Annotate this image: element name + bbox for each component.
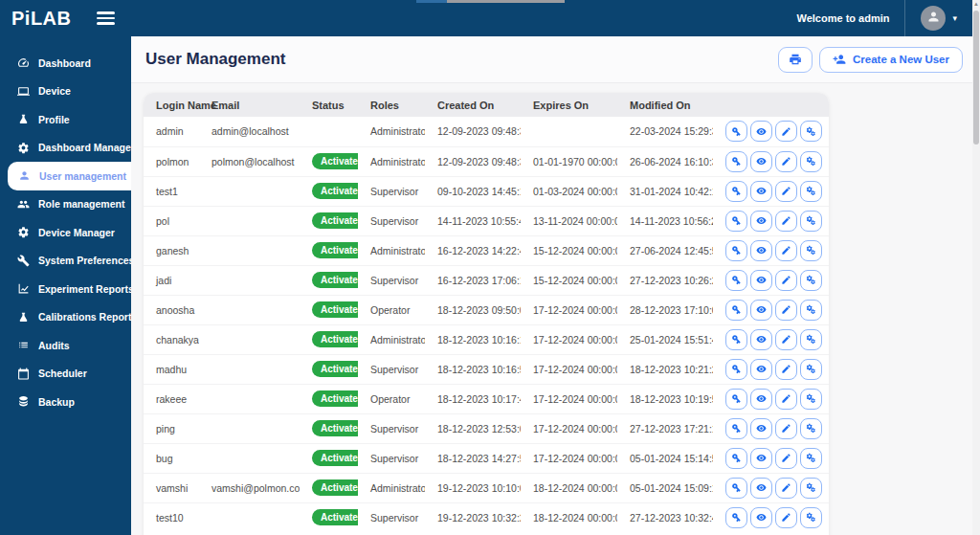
column-header: Modified On — [617, 93, 713, 117]
edit-button[interactable] — [775, 270, 797, 291]
view-button[interactable] — [750, 389, 772, 410]
chevron-down-icon[interactable]: ▾ — [952, 13, 957, 23]
sidebar-item-system-preferences[interactable]: System Preferences — [0, 247, 131, 276]
permissions-button[interactable] — [800, 211, 822, 232]
view-button[interactable] — [750, 121, 772, 142]
reset-password-button[interactable] — [725, 270, 747, 291]
user-table: Login NameEmailStatusRolesCreated OnExpi… — [144, 93, 829, 532]
vertical-scrollbar[interactable]: ▲ — [972, 0, 980, 535]
permissions-button[interactable] — [800, 389, 822, 410]
edit-button[interactable] — [775, 211, 797, 232]
reset-password-button[interactable] — [725, 300, 747, 321]
sidebar-item-experiment-reports[interactable]: Experiment Reports — [0, 275, 131, 303]
permissions-button[interactable] — [800, 507, 822, 528]
edit-button[interactable] — [775, 389, 797, 410]
edit-button[interactable] — [775, 300, 797, 321]
view-button[interactable] — [750, 151, 772, 172]
edit-button[interactable] — [775, 507, 797, 528]
permissions-button[interactable] — [800, 478, 822, 499]
edit-button[interactable] — [775, 448, 797, 469]
edit-button[interactable] — [775, 359, 797, 380]
view-button[interactable] — [750, 300, 772, 321]
expires-on-cell: 17-12-2024 00:00:00 — [521, 354, 617, 384]
view-button[interactable] — [750, 448, 772, 469]
sidebar-item-scheduler[interactable]: Scheduler — [0, 360, 131, 389]
role-cell: Supervisor — [358, 443, 425, 473]
edit-button[interactable] — [775, 418, 797, 439]
reset-password-button[interactable] — [725, 329, 747, 350]
print-button[interactable] — [778, 47, 813, 73]
sidebar-item-audits[interactable]: Audits — [0, 331, 131, 360]
sidebar-item-role-management[interactable]: Role management — [0, 190, 131, 219]
reset-password-button[interactable] — [725, 418, 747, 439]
actions-cell — [713, 176, 829, 206]
eye-icon — [756, 275, 767, 285]
status-cell: Activated — [300, 384, 358, 413]
sidebar-item-dashboard-manager[interactable]: Dashboard Manager — [0, 134, 131, 163]
user-avatar[interactable] — [921, 6, 946, 31]
top-bar: PiLAB Welcome to admin ▾ — [0, 0, 972, 36]
sidebar-item-user-management[interactable]: User management — [8, 162, 131, 190]
create-new-user-button[interactable]: Create a New User — [819, 47, 963, 73]
cogs-icon — [806, 126, 816, 137]
modified-on-cell: 18-12-2023 10:19:58 — [617, 384, 713, 413]
view-button[interactable] — [750, 418, 772, 439]
login-name-cell: admin — [144, 117, 199, 146]
view-button[interactable] — [750, 270, 772, 291]
reset-password-button[interactable] — [725, 151, 747, 172]
permissions-button[interactable] — [800, 300, 822, 321]
email-cell — [199, 265, 300, 295]
sidebar-item-backup[interactable]: Backup — [0, 388, 131, 416]
hamburger-menu-icon[interactable] — [97, 11, 115, 25]
scroll-up-arrow-icon[interactable]: ▲ — [972, 0, 980, 9]
reset-password-button[interactable] — [725, 448, 747, 469]
permissions-button[interactable] — [800, 418, 822, 439]
status-cell: Activated — [300, 354, 358, 384]
eye-icon — [756, 334, 767, 345]
reset-password-button[interactable] — [725, 240, 747, 261]
permissions-button[interactable] — [800, 329, 822, 350]
view-button[interactable] — [750, 211, 772, 232]
login-name-cell: vamshi — [144, 473, 199, 502]
permissions-button[interactable] — [800, 270, 822, 291]
edit-button[interactable] — [775, 121, 797, 142]
permissions-button[interactable] — [800, 121, 822, 142]
expires-on-cell: 17-12-2024 00:00:00 — [521, 295, 617, 324]
permissions-button[interactable] — [800, 240, 822, 261]
permissions-button[interactable] — [800, 151, 822, 172]
view-button[interactable] — [750, 359, 772, 380]
reset-password-button[interactable] — [725, 359, 747, 380]
view-button[interactable] — [750, 478, 772, 499]
view-button[interactable] — [750, 329, 772, 350]
edit-button[interactable] — [775, 329, 797, 350]
view-button[interactable] — [750, 240, 772, 261]
edit-button[interactable] — [775, 151, 797, 172]
view-button[interactable] — [750, 181, 772, 202]
expires-on-cell: 18-12-2024 00:00:00 — [521, 473, 617, 502]
eye-icon — [756, 512, 767, 523]
pencil-icon — [781, 215, 791, 226]
view-button[interactable] — [750, 507, 772, 528]
role-cell: Administrator — [358, 324, 425, 354]
edit-button[interactable] — [775, 478, 797, 499]
reset-password-button[interactable] — [725, 181, 747, 202]
sidebar-item-profile[interactable]: Profile — [0, 105, 131, 134]
permissions-button[interactable] — [800, 181, 822, 202]
reset-password-button[interactable] — [725, 389, 747, 410]
reset-password-button[interactable] — [725, 478, 747, 499]
permissions-button[interactable] — [800, 448, 822, 469]
scrollbar-thumb[interactable] — [973, 11, 979, 145]
reset-password-button[interactable] — [725, 121, 747, 142]
sidebar-item-label: Scheduler — [38, 368, 87, 379]
sidebar-item-device-manager[interactable]: Device Manager — [0, 218, 131, 247]
reset-password-button[interactable] — [725, 507, 747, 528]
sidebar-item-device[interactable]: Device — [0, 78, 131, 106]
permissions-button[interactable] — [800, 359, 822, 380]
sidebar-item-dashboard[interactable]: Dashboard — [0, 49, 131, 78]
table-row: test10ActivatedSupervisor19-12-2023 10:3… — [144, 502, 829, 532]
actions-cell — [713, 502, 829, 532]
reset-password-button[interactable] — [725, 211, 747, 232]
edit-button[interactable] — [775, 181, 797, 202]
sidebar-item-calibrations-report[interactable]: Calibrations Report — [0, 303, 131, 332]
edit-button[interactable] — [775, 240, 797, 261]
